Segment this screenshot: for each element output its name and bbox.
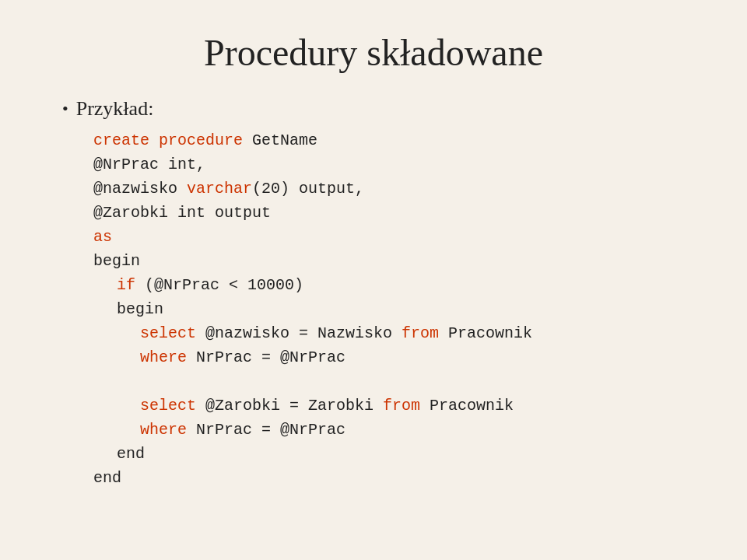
keyword: if (117, 276, 135, 294)
code-line: as (93, 225, 700, 249)
content-area: • Przykład: create procedure GetName@NrP… (62, 97, 700, 490)
slide: Procedury składowane • Przykład: create … (0, 0, 747, 560)
code-text: end (93, 469, 121, 487)
code-line (93, 369, 700, 394)
code-text: @nazwisko (93, 180, 187, 198)
code-line: end (93, 466, 700, 490)
code-line: if (@NrPrac < 10000) (117, 273, 700, 297)
code-text: Pracownik (439, 324, 532, 342)
bullet-point: • (62, 99, 68, 119)
keyword: select (140, 324, 196, 342)
code-line: where NrPrac = @NrPrac (140, 345, 700, 369)
code-text: @Zarobki (93, 204, 177, 222)
keyword: create (93, 131, 149, 149)
keyword: from (383, 397, 420, 415)
keyword: varchar (187, 180, 252, 198)
code-text: NrPrac = @NrPrac (187, 348, 345, 366)
code-line: begin (117, 297, 700, 321)
keyword: where (140, 348, 187, 366)
code-line: @nazwisko varchar(20) output, (93, 177, 700, 201)
code-text: (20) output, (252, 180, 364, 198)
code-text: NrPrac = @NrPrac (187, 421, 345, 439)
code-line: select @nazwisko = Nazwisko from Pracown… (140, 321, 700, 345)
code-text: int output (177, 204, 271, 222)
code-line: begin (93, 249, 700, 273)
bullet-item: • Przykład: (62, 97, 700, 121)
code-text: GetName (243, 131, 317, 149)
code-text: begin (93, 252, 140, 270)
code-line: @Zarobki int output (93, 201, 700, 225)
code-text: int, (168, 156, 205, 173)
keyword: select (140, 397, 196, 415)
code-text: @nazwisko = Nazwisko (196, 324, 402, 342)
slide-title: Procedury składowane (47, 31, 700, 74)
keyword: procedure (159, 131, 243, 149)
code-text: @NrPrac (93, 156, 168, 173)
code-text: @Zarobki = Zarobki (196, 397, 383, 415)
code-text: begin (117, 300, 163, 318)
code-line: where NrPrac = @NrPrac (140, 418, 700, 442)
keyword: as (93, 228, 112, 246)
bullet-label: Przykład: (76, 97, 154, 121)
code-line: @NrPrac int, (93, 152, 700, 177)
code-text: (@NrPrac < 10000) (135, 276, 303, 294)
code-text (149, 131, 159, 149)
code-line: select @Zarobki = Zarobki from Pracownik (140, 394, 700, 418)
code-block: create procedure GetName@NrPrac int,@naz… (93, 128, 700, 490)
code-line: create procedure GetName (93, 128, 700, 152)
code-text: Pracownik (420, 397, 514, 415)
code-line: end (117, 442, 700, 466)
keyword: from (402, 324, 439, 342)
keyword: where (140, 421, 187, 439)
code-text: end (117, 445, 145, 463)
